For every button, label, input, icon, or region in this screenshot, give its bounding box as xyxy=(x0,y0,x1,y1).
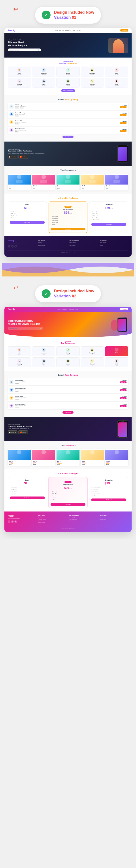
v2-pkg-pro-btn[interactable]: Get Started xyxy=(51,503,86,506)
pkg-ent-btn[interactable]: Get Started xyxy=(91,223,126,226)
v2-pkg-basic-btn[interactable]: Get Started xyxy=(10,496,45,499)
app-store-btn-v2[interactable]: 🍎 App Store xyxy=(18,430,28,434)
freelancer-v2-2[interactable]: John M. Developer ★★★★☆ $40/hr xyxy=(32,449,55,466)
hero-search[interactable]: 🔍 xyxy=(8,49,41,51)
nav-link-contact[interactable]: Contact xyxy=(77,30,81,31)
job-item-3[interactable]: 🟠 Content Writer HubSpot Inc. · Chicago,… xyxy=(8,119,128,126)
footer-link-contracts[interactable]: Direct Contracts xyxy=(38,247,67,248)
job-v2-item-3[interactable]: 🟠 Content Writer HubSpot Inc. · Chicago,… xyxy=(8,394,128,401)
footer-link-hire[interactable]: How to Hire xyxy=(38,242,67,243)
category-business[interactable]: 💼 Business 2,100 Jobs xyxy=(56,78,80,88)
category-mobile[interactable]: 📱 Mobile 1,560 Jobs xyxy=(105,78,128,88)
job-v2-apply-3[interactable]: Apply Now xyxy=(120,397,127,399)
footer-v2-link-payroll[interactable]: Payroll Services xyxy=(38,520,67,521)
category-writing[interactable]: 📝 Writing 980 Jobs xyxy=(56,67,80,76)
footer-link-find-work[interactable]: How to Find Work xyxy=(69,242,98,243)
category-dev[interactable]: 💻 Development 3,420 Jobs xyxy=(32,67,55,76)
nav2-link-jobs[interactable]: Find Jobs xyxy=(62,308,67,310)
job-v2-item-2[interactable]: 🔵 Backend Developer Microsoft Corp. · Re… xyxy=(8,386,128,393)
google-play-btn-v2[interactable]: ▶ Google Play xyxy=(8,430,18,434)
freelancer-v2-3[interactable]: Lisa P. Writer ★★★★★ $20/hr xyxy=(56,449,80,466)
v2-instagram-icon[interactable]: in xyxy=(15,520,17,523)
facebook-icon[interactable]: f xyxy=(8,245,10,248)
freelancer-4[interactable]: Mike R. Marketer ★★★★☆ $30/hr xyxy=(81,174,104,190)
job-apply-btn-1[interactable]: Apply Now xyxy=(120,106,127,108)
footer-link-freelance-jobs[interactable]: Find Freelance Jobs xyxy=(69,243,98,245)
v2-facebook-icon[interactable]: f xyxy=(8,520,10,523)
app-store-button[interactable]: 🍎 App Store xyxy=(18,155,28,159)
job-v2-item-4[interactable]: 🟣 Mobile Developer Apple Inc. · Cupertin… xyxy=(8,402,128,409)
cat-v2-mobile[interactable]: 📱 Mobile 1,560 xyxy=(105,358,128,367)
footer-v2-link-direct[interactable]: Direct Contracts xyxy=(69,520,98,521)
footer-v2-link-talent[interactable]: Talent Marketplace xyxy=(38,519,67,520)
category-music[interactable]: 🎵 Music 340 Jobs xyxy=(105,67,128,76)
footer-v2-link-reviews[interactable]: Reviews xyxy=(100,520,128,521)
job-v2-apply-2[interactable]: Apply Now xyxy=(120,390,127,391)
category-marketing[interactable]: 📊 Marketing 1,120 Jobs xyxy=(8,78,31,88)
job-v2-item-1[interactable]: 🏢 UI/UX Designer Google Inc. · New York,… xyxy=(8,378,128,385)
job-item-2[interactable]: 🔵 Backend Developer Microsoft Corp. · Re… xyxy=(8,111,128,118)
footer-v2-link-help[interactable]: Help & Support xyxy=(100,517,128,518)
footer-link-talent[interactable]: Talent Marketplace xyxy=(38,243,67,245)
nav-link-jobs[interactable]: Find Jobs xyxy=(59,30,64,31)
nav2-link-home[interactable]: Home xyxy=(58,308,60,310)
job-apply-btn-4[interactable]: Apply Now xyxy=(120,130,127,132)
hero-v2-search-input[interactable] xyxy=(9,328,40,329)
footer-link-payroll[interactable]: Payroll Services xyxy=(38,245,67,246)
cat-v2-writing[interactable]: 📝 Writing 980 xyxy=(56,346,80,356)
nav-link-home[interactable]: Home xyxy=(55,30,58,31)
post-job-button-v2[interactable]: Post a Job xyxy=(120,308,128,310)
nav2-link-freelancers[interactable]: Freelancers xyxy=(68,308,74,310)
footer-v2-link-find-work[interactable]: How to Find Work xyxy=(69,517,98,518)
footer-link-reviews[interactable]: Reviews xyxy=(100,245,128,246)
job-item-4[interactable]: 🟣 Mobile Developer Apple Inc. · Cupertin… xyxy=(8,127,128,134)
hero-v2-search[interactable]: 🔍 xyxy=(8,327,43,330)
cat-v2-design[interactable]: 🎨 Design 1,240 xyxy=(8,346,31,356)
footer-v2-link-hire[interactable]: How to Hire xyxy=(38,517,67,518)
footer-link-help[interactable]: Help & Support xyxy=(100,242,128,243)
nav2-link-about[interactable]: About xyxy=(75,308,78,310)
freelancer-3[interactable]: Lisa P. Writer ★★★★★ $20/hr xyxy=(56,174,80,190)
pkg-pro-btn[interactable]: Get Started xyxy=(51,228,86,230)
category-video[interactable]: 🎬 Video 780 Jobs xyxy=(32,78,55,88)
cat-v2-photo[interactable]: 📷 Photography 620 xyxy=(81,346,104,356)
twitter-icon[interactable]: t xyxy=(11,245,14,248)
view-all-jobs-button-v2[interactable]: View All Jobs xyxy=(62,411,73,413)
job-v2-apply-1[interactable]: Apply Now xyxy=(120,381,127,383)
freelancer-v2-1[interactable]: Sarah K. UI Designer ★★★★★ $25/hr xyxy=(8,449,31,466)
freelancer-5[interactable]: Anna B. Designer ★★★★★ $35/hr xyxy=(105,174,128,190)
post-job-button[interactable]: Post a Job xyxy=(120,29,128,32)
job-v2-apply-4[interactable]: Apply Now xyxy=(120,405,127,407)
pkg-basic-btn[interactable]: Get Started xyxy=(10,221,45,224)
v2-pkg-ent-btn[interactable]: Get Started xyxy=(91,498,126,501)
freelancer-1[interactable]: Sarah K. UI Designer ★★★★★ $25/hr xyxy=(8,174,31,190)
footer-v2-link-freelance[interactable]: Find Freelance Jobs xyxy=(69,519,98,520)
footer-v2-link-stories[interactable]: Success Stories xyxy=(100,519,128,520)
nav-link-freelancers[interactable]: Freelancers xyxy=(65,30,71,31)
instagram-icon[interactable]: in xyxy=(15,245,17,248)
freelancer-2[interactable]: John M. Developer ★★★★☆ $40/hr xyxy=(32,174,55,190)
cat-v2-business[interactable]: 💼 Business 2,100 xyxy=(56,358,80,367)
cat-v2-dev[interactable]: 💻 Development 3,420 xyxy=(32,346,55,356)
footer-link-stories[interactable]: Success Stories xyxy=(100,243,128,245)
cat-v2-technical[interactable]: 🔧 Technical 890 xyxy=(81,358,104,367)
category-design[interactable]: 🎨 Design 1,240 Jobs xyxy=(8,67,31,76)
job-apply-btn-2[interactable]: Apply Now xyxy=(120,114,127,116)
freelancer-v2-5[interactable]: Anna B. Designer ★★★★★ $35/hr xyxy=(105,449,128,466)
google-play-button[interactable]: ▶ Google Play xyxy=(8,155,18,159)
v2-twitter-icon[interactable]: t xyxy=(11,520,14,523)
freelancer-v2-4[interactable]: Mike R. Marketer ★★★★☆ $30/hr xyxy=(81,449,104,466)
footer-v2-link-contracts[interactable]: Direct Contracts xyxy=(38,522,67,523)
cat-v2-marketing[interactable]: 📊 Marketing 1,120 xyxy=(8,358,31,367)
category-photo[interactable]: 📷 Photography 620 Jobs xyxy=(81,67,104,76)
cat-v2-video[interactable]: 🎬 Video 780 xyxy=(32,358,55,367)
footer-link-direct[interactable]: Direct Contracts xyxy=(69,245,98,246)
hero-search-input[interactable] xyxy=(9,50,37,51)
view-all-jobs-button[interactable]: View All Jobs xyxy=(62,135,73,138)
view-all-categories-button[interactable]: View All Categories xyxy=(61,89,75,92)
job-item-1[interactable]: 🏢 UI/UX Designer Google Inc. · New York,… xyxy=(8,103,128,110)
cat-v2-music[interactable]: 🎵 Music 340 xyxy=(105,346,128,356)
category-technical[interactable]: 🔧 Technical 890 Jobs xyxy=(81,78,104,88)
job-apply-btn-3[interactable]: Apply Now xyxy=(120,122,127,124)
nav-link-about[interactable]: About xyxy=(73,30,75,31)
